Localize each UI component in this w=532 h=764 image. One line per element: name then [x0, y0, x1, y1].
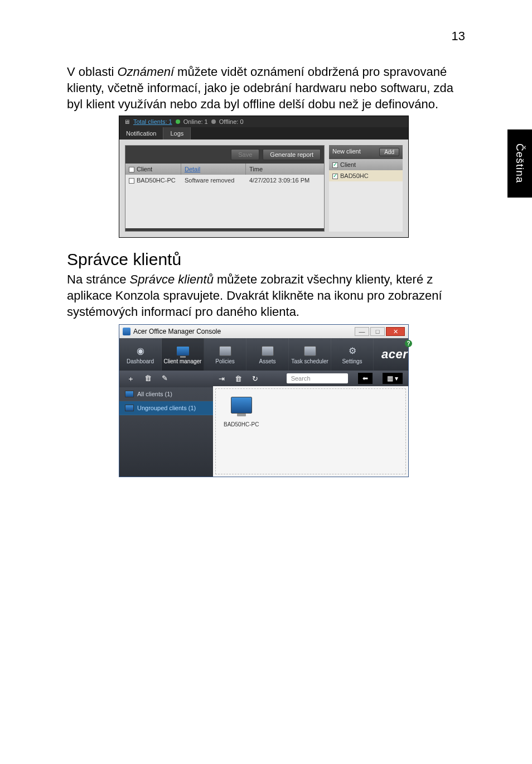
assets-icon	[261, 345, 274, 357]
gear-icon: ⚙	[346, 345, 359, 357]
window-title: Acer Office Manager Console	[133, 328, 221, 335]
dashboard-icon: ◉	[134, 345, 147, 357]
client-grid: BAD50HC-PC	[215, 388, 406, 474]
monitor-icon	[125, 405, 134, 411]
panel-blank	[329, 181, 403, 232]
monitor-icon	[231, 397, 252, 414]
nav-client-manager[interactable]: Client manager	[162, 338, 204, 371]
main-toolbar: ⇥ 🗑 ↻ Search ⬅ ▦ ▾	[213, 371, 408, 386]
nav-dashboard[interactable]: ◉ Dashboard	[119, 338, 162, 371]
text: Na stránce	[67, 272, 130, 286]
nav-label: Settings	[342, 358, 362, 364]
col-detail-link[interactable]: Detail	[185, 166, 200, 172]
monitor-icon	[125, 391, 134, 397]
sidebar-tools: ＋ 🗑 ✎	[119, 371, 213, 387]
rc-header: Client	[340, 161, 356, 168]
client-name: BAD50HC-PC	[224, 421, 259, 427]
language-tab-label: Čeština	[514, 143, 526, 183]
nav-label: Dashboard	[127, 358, 154, 364]
section-heading: Správce klientů	[67, 250, 461, 269]
page-number: 13	[452, 29, 465, 44]
maximize-button[interactable]: □	[370, 327, 385, 336]
col-client: Client	[137, 166, 152, 172]
status-bar: 🖥 Total clients: 1 Online: 1 Offline: 0	[119, 116, 408, 127]
paragraph-1: V oblasti Oznámení můžete vidět oznámení…	[67, 64, 461, 112]
language-tab: Čeština	[507, 129, 532, 198]
screenshot-client-manager: Acer Office Manager Console — □ ✕ ◉ Dash…	[119, 324, 409, 477]
offline-count: Offline: 0	[219, 118, 244, 125]
nav-label: Task scheduler	[291, 358, 328, 364]
sidebar-item-label: Ungrouped clients (1)	[137, 405, 196, 411]
table-header: Client Detail Time	[125, 164, 324, 175]
close-button[interactable]: ✕	[386, 327, 405, 336]
add-icon[interactable]: ＋	[127, 374, 134, 384]
table-row[interactable]: BAD50HC-PC Software removed 4/27/2012 3:…	[125, 175, 324, 186]
online-count: Online: 1	[183, 118, 208, 125]
offline-dot-icon	[211, 119, 216, 124]
delete-icon[interactable]: 🗑	[235, 374, 242, 383]
export-icon[interactable]: ⇥	[219, 374, 225, 383]
paragraph-2: Na stránce Správce klientů můžete zobraz…	[67, 271, 461, 320]
grid-view-button[interactable]: ▦ ▾	[383, 373, 403, 384]
tabs: Notification Logs	[119, 127, 408, 140]
tab-logs[interactable]: Logs	[163, 127, 191, 140]
new-client-label: New client	[332, 148, 361, 156]
nav-label: Client manager	[164, 358, 202, 364]
sidebar: ＋ 🗑 ✎ All clients (1) Ungrouped clients …	[119, 371, 213, 477]
nav-task-scheduler[interactable]: Task scheduler	[289, 338, 331, 371]
brand-logo: ? acer	[374, 338, 415, 371]
table-blank	[125, 186, 324, 228]
top-nav: ◉ Dashboard Client manager Policies Asse…	[119, 338, 408, 371]
nav-settings[interactable]: ⚙ Settings	[331, 338, 374, 371]
sidebar-item-all-clients[interactable]: All clients (1)	[119, 387, 213, 401]
back-button[interactable]: ⬅	[358, 373, 373, 384]
search-input[interactable]: Search	[287, 373, 348, 383]
text-italic: Správce klientů	[130, 272, 214, 286]
help-icon[interactable]: ?	[405, 340, 412, 347]
nav-label: Policies	[215, 358, 234, 364]
add-button[interactable]: Add	[379, 148, 399, 156]
cell-detail: Software removed	[181, 175, 246, 186]
clients-icon: 🖥	[124, 118, 130, 125]
sidebar-item-label: All clients (1)	[137, 391, 172, 397]
client-item[interactable]: BAD50HC-PC	[224, 397, 259, 427]
tab-notification[interactable]: Notification	[119, 127, 163, 140]
generate-report-button[interactable]: Generate report	[263, 149, 321, 160]
minimize-button[interactable]: —	[355, 327, 369, 336]
nav-label: Assets	[259, 358, 275, 364]
nav-policies[interactable]: Policies	[204, 338, 246, 371]
cell-client: BAD50HC-PC	[137, 177, 176, 184]
brand-text: acer	[381, 347, 408, 362]
online-dot-icon	[176, 119, 180, 124]
checkbox-icon[interactable]	[129, 167, 134, 172]
screenshot-notification: 🖥 Total clients: 1 Online: 1 Offline: 0 …	[119, 116, 409, 238]
checkbox-icon[interactable]	[129, 178, 134, 184]
refresh-icon[interactable]: ↻	[252, 374, 258, 383]
app-icon	[123, 328, 130, 335]
checkbox-icon[interactable]	[332, 162, 338, 168]
monitor-icon	[176, 345, 190, 357]
text-italic: Oznámení	[118, 65, 175, 79]
sidebar-item-ungrouped[interactable]: Ungrouped clients (1)	[119, 401, 213, 415]
scheduler-icon	[303, 345, 317, 357]
total-clients-link[interactable]: Total clients: 1	[133, 118, 172, 125]
save-button[interactable]: Save	[231, 149, 259, 160]
col-time: Time	[246, 164, 324, 175]
window-titlebar: Acer Office Manager Console — □ ✕	[119, 325, 408, 338]
cell-time: 4/27/2012 3:09:16 PM	[246, 175, 324, 186]
nav-assets[interactable]: Assets	[246, 338, 289, 371]
edit-icon[interactable]: ✎	[162, 374, 168, 384]
delete-icon[interactable]: 🗑	[144, 374, 152, 384]
text: V oblasti	[67, 65, 118, 79]
checkbox-icon[interactable]	[332, 174, 338, 179]
policies-icon	[219, 345, 232, 357]
rc-row: BAD50HC	[340, 172, 369, 179]
